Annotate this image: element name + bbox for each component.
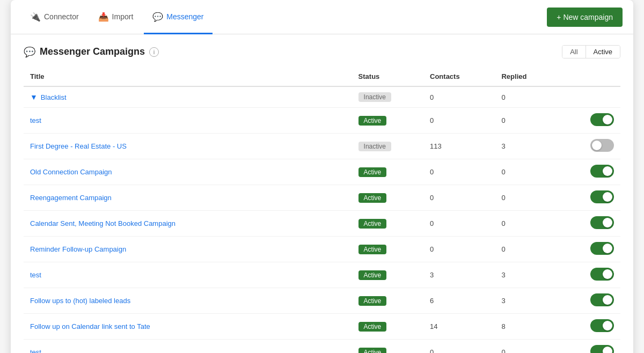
replied-cell: 8 <box>495 314 566 340</box>
campaign-link[interactable]: test <box>30 348 41 353</box>
replied-cell: 0 <box>495 211 566 237</box>
table-row: testActive00 <box>24 340 620 354</box>
table-row: Calendar Sent, Meeting Not Booked Campai… <box>24 211 620 237</box>
table-row: Reengagement CampaignActive00 <box>24 185 620 211</box>
new-campaign-button[interactable]: + New campaign <box>547 8 623 27</box>
replied-cell: 3 <box>495 288 566 314</box>
tab-connector[interactable]: 🔌 Connector <box>21 1 87 34</box>
status-badge: Active <box>358 245 387 254</box>
toggle-switch[interactable] <box>590 216 614 229</box>
connector-icon: 🔌 <box>30 12 41 22</box>
status-badge: Active <box>358 296 387 306</box>
col-header-replied: Replied <box>495 67 566 86</box>
tab-import-label: Import <box>112 12 134 21</box>
table-row: testActive33 <box>24 262 620 288</box>
table-row: testActive00 <box>24 108 620 134</box>
table-row: Follow up on Calendar link sent to TateA… <box>24 314 620 340</box>
status-badge: Active <box>358 167 387 177</box>
campaign-link[interactable]: Reengagement Campaign <box>30 194 112 202</box>
replied-cell: 0 <box>495 159 566 185</box>
status-badge: Active <box>358 348 387 354</box>
replied-cell: 3 <box>495 134 566 159</box>
toggle-switch[interactable] <box>590 165 614 178</box>
tab-connector-label: Connector <box>44 12 79 21</box>
status-badge: Active <box>358 322 387 332</box>
contacts-cell: 113 <box>423 134 495 159</box>
campaign-link[interactable]: Blacklist <box>41 93 67 101</box>
messenger-icon: 💬 <box>152 12 163 22</box>
section-title: 💬 Messenger Campaigns i <box>24 46 159 58</box>
section-title-text: Messenger Campaigns <box>40 46 145 57</box>
filter-icon: ▼ <box>30 93 38 101</box>
campaign-link[interactable]: test <box>30 116 41 124</box>
contacts-cell: 0 <box>423 86 495 108</box>
status-badge: Active <box>358 219 387 229</box>
app-window: 🔌 Connector 📥 Import 💬 Messenger + New c… <box>11 0 633 353</box>
replied-cell: 0 <box>495 108 566 134</box>
status-badge: Active <box>358 193 387 203</box>
campaign-link[interactable]: test <box>30 271 41 279</box>
section-icon: 💬 <box>24 46 35 58</box>
replied-cell: 0 <box>495 185 566 211</box>
campaigns-table: Title Status Contacts Replied ▼Blacklist… <box>24 67 620 353</box>
table-row: Follow ups to (hot) labeled leadsActive6… <box>24 288 620 314</box>
contacts-cell: 0 <box>423 237 495 262</box>
nav-tabs: 🔌 Connector 📥 Import 💬 Messenger <box>21 0 213 34</box>
campaign-link[interactable]: First Degree - Real Estate - US <box>30 142 127 150</box>
campaign-link[interactable]: Reminder Follow-up Campaign <box>30 245 126 253</box>
replied-cell: 0 <box>495 340 566 354</box>
tab-import[interactable]: 📥 Import <box>90 1 142 34</box>
replied-cell: 0 <box>495 237 566 262</box>
page-content: 💬 Messenger Campaigns i All Active Title… <box>11 34 633 353</box>
replied-cell: 0 <box>495 86 566 108</box>
contacts-cell: 0 <box>423 185 495 211</box>
col-header-contacts: Contacts <box>423 67 495 86</box>
campaign-link[interactable]: Old Connection Campaign <box>30 168 112 176</box>
toggle-switch[interactable] <box>590 293 614 306</box>
status-badge: Inactive <box>358 92 391 102</box>
status-badge: Active <box>358 270 387 280</box>
status-badge: Active <box>358 116 387 126</box>
col-header-toggle <box>567 67 620 86</box>
table-row: ▼BlacklistInactive00 <box>24 86 620 108</box>
toggle-switch[interactable] <box>590 190 614 203</box>
table-row: First Degree - Real Estate - USInactive1… <box>24 134 620 159</box>
contacts-cell: 0 <box>423 340 495 354</box>
filter-all-button[interactable]: All <box>562 46 586 58</box>
tab-messenger[interactable]: 💬 Messenger <box>144 1 212 34</box>
info-icon[interactable]: i <box>149 47 159 57</box>
contacts-cell: 0 <box>423 159 495 185</box>
toggle-switch[interactable] <box>590 139 614 152</box>
contacts-cell: 0 <box>423 108 495 134</box>
campaign-link[interactable]: Follow ups to (hot) labeled leads <box>30 297 130 305</box>
contacts-cell: 6 <box>423 288 495 314</box>
filter-active-button[interactable]: Active <box>586 46 620 58</box>
filter-group: All Active <box>562 45 620 58</box>
status-badge: Inactive <box>358 142 391 151</box>
toggle-switch[interactable] <box>590 268 614 281</box>
contacts-cell: 3 <box>423 262 495 288</box>
campaign-link[interactable]: Follow up on Calendar link sent to Tate <box>30 322 150 330</box>
toggle-switch[interactable] <box>590 113 614 126</box>
toggle-switch[interactable] <box>590 242 614 255</box>
contacts-cell: 0 <box>423 211 495 237</box>
import-icon: 📥 <box>98 12 109 22</box>
campaign-link[interactable]: Calendar Sent, Meeting Not Booked Campai… <box>30 219 175 227</box>
nav-bar: 🔌 Connector 📥 Import 💬 Messenger + New c… <box>11 0 633 34</box>
col-header-title: Title <box>24 67 352 86</box>
new-campaign-label: + New campaign <box>557 13 613 21</box>
section-header: 💬 Messenger Campaigns i All Active <box>24 45 620 58</box>
table-row: Reminder Follow-up CampaignActive00 <box>24 237 620 262</box>
contacts-cell: 14 <box>423 314 495 340</box>
replied-cell: 3 <box>495 262 566 288</box>
toggle-switch[interactable] <box>590 345 614 353</box>
table-row: Old Connection CampaignActive00 <box>24 159 620 185</box>
col-header-status: Status <box>352 67 423 86</box>
tab-messenger-label: Messenger <box>166 12 203 21</box>
toggle-switch[interactable] <box>590 319 614 332</box>
table-header-row: Title Status Contacts Replied <box>24 67 620 86</box>
